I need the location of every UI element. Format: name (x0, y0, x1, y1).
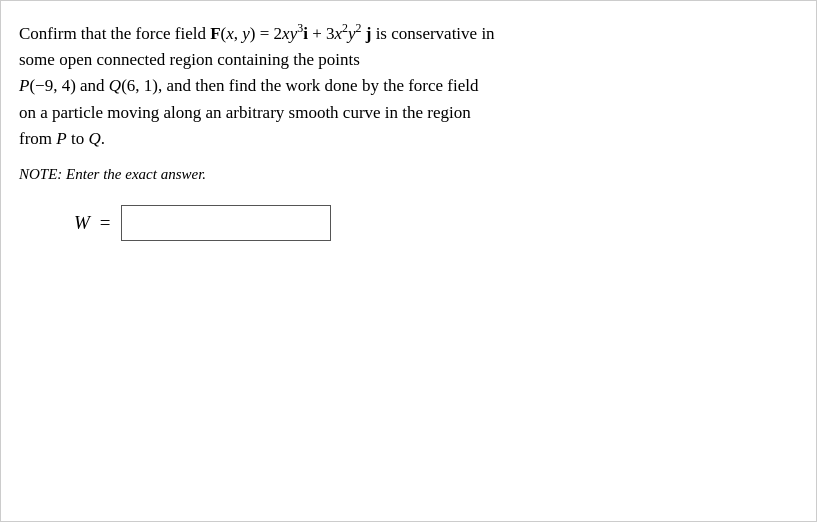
w-label: W (74, 212, 90, 234)
problem-line5: from P to Q. (19, 129, 105, 148)
problem-line2: some open connected region containing th… (19, 50, 360, 69)
problem-statement: Confirm that the force field F(x, y) = 2… (19, 19, 796, 152)
problem-line3: P(−9, 4) and Q(6, 1), and then find the … (19, 76, 479, 95)
equals-sign: = (100, 212, 111, 234)
problem-line4: on a particle moving along an arbitrary … (19, 103, 471, 122)
answer-input[interactable] (121, 205, 331, 241)
note-text: NOTE: Enter the exact answer. (19, 166, 796, 183)
main-container: Confirm that the force field F(x, y) = 2… (0, 0, 817, 522)
problem-line1: Confirm that the force field F(x, y) = 2… (19, 24, 495, 43)
answer-row: W = (74, 205, 796, 241)
